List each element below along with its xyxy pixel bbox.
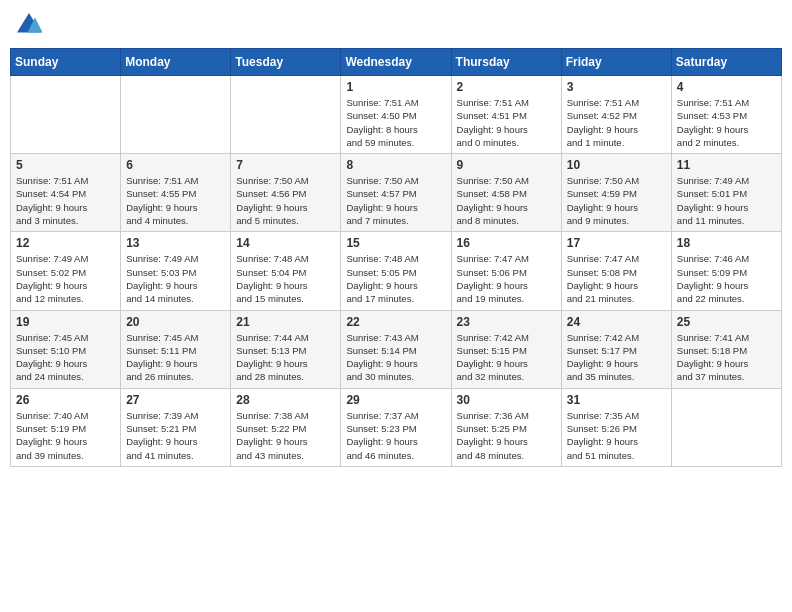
calendar-cell: 16Sunrise: 7:47 AM Sunset: 5:06 PM Dayli… <box>451 232 561 310</box>
day-number: 20 <box>126 315 225 329</box>
page-header <box>10 10 782 40</box>
calendar-cell: 4Sunrise: 7:51 AM Sunset: 4:53 PM Daylig… <box>671 76 781 154</box>
day-number: 10 <box>567 158 666 172</box>
calendar-cell: 6Sunrise: 7:51 AM Sunset: 4:55 PM Daylig… <box>121 154 231 232</box>
day-number: 5 <box>16 158 115 172</box>
day-number: 1 <box>346 80 445 94</box>
day-number: 31 <box>567 393 666 407</box>
calendar-cell <box>231 76 341 154</box>
day-of-week-header: Friday <box>561 49 671 76</box>
calendar-cell: 5Sunrise: 7:51 AM Sunset: 4:54 PM Daylig… <box>11 154 121 232</box>
day-number: 29 <box>346 393 445 407</box>
day-info: Sunrise: 7:46 AM Sunset: 5:09 PM Dayligh… <box>677 252 776 305</box>
calendar-cell: 22Sunrise: 7:43 AM Sunset: 5:14 PM Dayli… <box>341 310 451 388</box>
day-info: Sunrise: 7:35 AM Sunset: 5:26 PM Dayligh… <box>567 409 666 462</box>
day-number: 17 <box>567 236 666 250</box>
day-number: 6 <box>126 158 225 172</box>
calendar-cell: 18Sunrise: 7:46 AM Sunset: 5:09 PM Dayli… <box>671 232 781 310</box>
day-number: 2 <box>457 80 556 94</box>
day-info: Sunrise: 7:40 AM Sunset: 5:19 PM Dayligh… <box>16 409 115 462</box>
calendar-cell <box>121 76 231 154</box>
calendar-cell: 2Sunrise: 7:51 AM Sunset: 4:51 PM Daylig… <box>451 76 561 154</box>
day-number: 27 <box>126 393 225 407</box>
day-info: Sunrise: 7:50 AM Sunset: 4:56 PM Dayligh… <box>236 174 335 227</box>
calendar-cell: 14Sunrise: 7:48 AM Sunset: 5:04 PM Dayli… <box>231 232 341 310</box>
calendar-cell: 19Sunrise: 7:45 AM Sunset: 5:10 PM Dayli… <box>11 310 121 388</box>
day-info: Sunrise: 7:44 AM Sunset: 5:13 PM Dayligh… <box>236 331 335 384</box>
day-number: 21 <box>236 315 335 329</box>
calendar-week-row: 1Sunrise: 7:51 AM Sunset: 4:50 PM Daylig… <box>11 76 782 154</box>
day-info: Sunrise: 7:48 AM Sunset: 5:04 PM Dayligh… <box>236 252 335 305</box>
calendar-cell: 7Sunrise: 7:50 AM Sunset: 4:56 PM Daylig… <box>231 154 341 232</box>
calendar-cell: 31Sunrise: 7:35 AM Sunset: 5:26 PM Dayli… <box>561 388 671 466</box>
day-info: Sunrise: 7:45 AM Sunset: 5:10 PM Dayligh… <box>16 331 115 384</box>
day-number: 25 <box>677 315 776 329</box>
day-info: Sunrise: 7:51 AM Sunset: 4:54 PM Dayligh… <box>16 174 115 227</box>
day-info: Sunrise: 7:38 AM Sunset: 5:22 PM Dayligh… <box>236 409 335 462</box>
calendar-cell: 26Sunrise: 7:40 AM Sunset: 5:19 PM Dayli… <box>11 388 121 466</box>
day-number: 4 <box>677 80 776 94</box>
day-info: Sunrise: 7:50 AM Sunset: 4:58 PM Dayligh… <box>457 174 556 227</box>
day-info: Sunrise: 7:47 AM Sunset: 5:08 PM Dayligh… <box>567 252 666 305</box>
logo-icon <box>14 10 44 40</box>
day-info: Sunrise: 7:47 AM Sunset: 5:06 PM Dayligh… <box>457 252 556 305</box>
calendar-cell: 30Sunrise: 7:36 AM Sunset: 5:25 PM Dayli… <box>451 388 561 466</box>
calendar-week-row: 19Sunrise: 7:45 AM Sunset: 5:10 PM Dayli… <box>11 310 782 388</box>
day-info: Sunrise: 7:37 AM Sunset: 5:23 PM Dayligh… <box>346 409 445 462</box>
calendar-cell: 28Sunrise: 7:38 AM Sunset: 5:22 PM Dayli… <box>231 388 341 466</box>
day-info: Sunrise: 7:45 AM Sunset: 5:11 PM Dayligh… <box>126 331 225 384</box>
day-info: Sunrise: 7:51 AM Sunset: 4:52 PM Dayligh… <box>567 96 666 149</box>
calendar-cell: 1Sunrise: 7:51 AM Sunset: 4:50 PM Daylig… <box>341 76 451 154</box>
day-info: Sunrise: 7:51 AM Sunset: 4:50 PM Dayligh… <box>346 96 445 149</box>
calendar-cell: 13Sunrise: 7:49 AM Sunset: 5:03 PM Dayli… <box>121 232 231 310</box>
calendar-cell: 21Sunrise: 7:44 AM Sunset: 5:13 PM Dayli… <box>231 310 341 388</box>
day-number: 23 <box>457 315 556 329</box>
day-of-week-header: Tuesday <box>231 49 341 76</box>
calendar-cell: 29Sunrise: 7:37 AM Sunset: 5:23 PM Dayli… <box>341 388 451 466</box>
calendar-week-row: 12Sunrise: 7:49 AM Sunset: 5:02 PM Dayli… <box>11 232 782 310</box>
calendar-cell: 11Sunrise: 7:49 AM Sunset: 5:01 PM Dayli… <box>671 154 781 232</box>
day-number: 8 <box>346 158 445 172</box>
day-number: 24 <box>567 315 666 329</box>
day-number: 19 <box>16 315 115 329</box>
logo <box>14 10 48 40</box>
day-number: 7 <box>236 158 335 172</box>
day-of-week-header: Thursday <box>451 49 561 76</box>
calendar-cell <box>671 388 781 466</box>
day-number: 3 <box>567 80 666 94</box>
day-number: 28 <box>236 393 335 407</box>
calendar-cell: 10Sunrise: 7:50 AM Sunset: 4:59 PM Dayli… <box>561 154 671 232</box>
day-number: 9 <box>457 158 556 172</box>
calendar-week-row: 5Sunrise: 7:51 AM Sunset: 4:54 PM Daylig… <box>11 154 782 232</box>
day-info: Sunrise: 7:36 AM Sunset: 5:25 PM Dayligh… <box>457 409 556 462</box>
day-number: 30 <box>457 393 556 407</box>
day-info: Sunrise: 7:51 AM Sunset: 4:51 PM Dayligh… <box>457 96 556 149</box>
calendar-cell: 23Sunrise: 7:42 AM Sunset: 5:15 PM Dayli… <box>451 310 561 388</box>
calendar-cell: 17Sunrise: 7:47 AM Sunset: 5:08 PM Dayli… <box>561 232 671 310</box>
day-info: Sunrise: 7:43 AM Sunset: 5:14 PM Dayligh… <box>346 331 445 384</box>
day-number: 16 <box>457 236 556 250</box>
calendar-cell: 8Sunrise: 7:50 AM Sunset: 4:57 PM Daylig… <box>341 154 451 232</box>
day-number: 15 <box>346 236 445 250</box>
day-number: 12 <box>16 236 115 250</box>
day-number: 14 <box>236 236 335 250</box>
calendar-cell: 12Sunrise: 7:49 AM Sunset: 5:02 PM Dayli… <box>11 232 121 310</box>
day-of-week-header: Wednesday <box>341 49 451 76</box>
day-number: 22 <box>346 315 445 329</box>
day-info: Sunrise: 7:50 AM Sunset: 4:59 PM Dayligh… <box>567 174 666 227</box>
day-number: 18 <box>677 236 776 250</box>
calendar-cell: 9Sunrise: 7:50 AM Sunset: 4:58 PM Daylig… <box>451 154 561 232</box>
calendar-cell: 20Sunrise: 7:45 AM Sunset: 5:11 PM Dayli… <box>121 310 231 388</box>
day-of-week-header: Saturday <box>671 49 781 76</box>
day-info: Sunrise: 7:50 AM Sunset: 4:57 PM Dayligh… <box>346 174 445 227</box>
day-info: Sunrise: 7:39 AM Sunset: 5:21 PM Dayligh… <box>126 409 225 462</box>
calendar-cell: 24Sunrise: 7:42 AM Sunset: 5:17 PM Dayli… <box>561 310 671 388</box>
day-number: 11 <box>677 158 776 172</box>
calendar-cell <box>11 76 121 154</box>
day-of-week-header: Monday <box>121 49 231 76</box>
day-info: Sunrise: 7:42 AM Sunset: 5:15 PM Dayligh… <box>457 331 556 384</box>
day-info: Sunrise: 7:51 AM Sunset: 4:53 PM Dayligh… <box>677 96 776 149</box>
day-info: Sunrise: 7:51 AM Sunset: 4:55 PM Dayligh… <box>126 174 225 227</box>
day-of-week-header: Sunday <box>11 49 121 76</box>
day-info: Sunrise: 7:41 AM Sunset: 5:18 PM Dayligh… <box>677 331 776 384</box>
